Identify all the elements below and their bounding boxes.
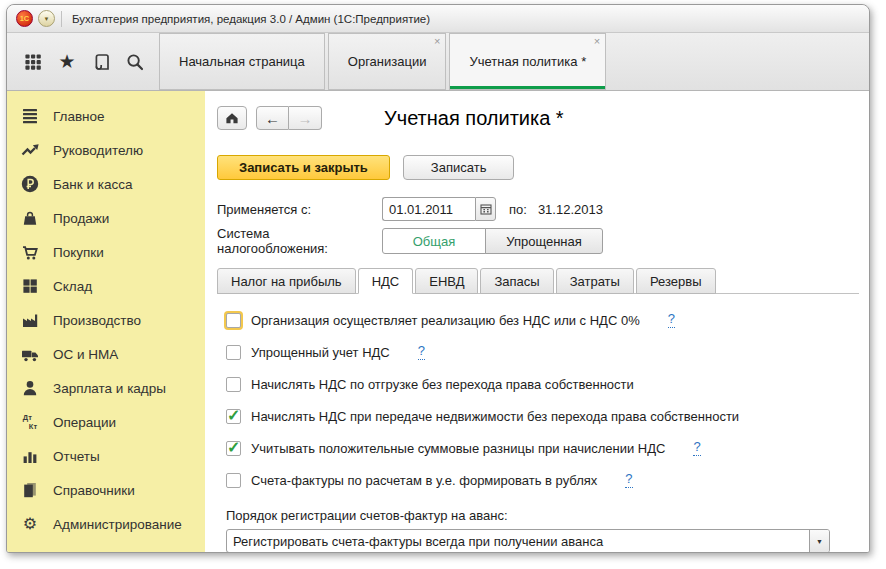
- titlebar-menu-button[interactable]: ▼: [38, 10, 55, 27]
- gear-icon: ⚙: [23, 516, 37, 532]
- warehouse-icon: [20, 276, 40, 296]
- tab-inventory[interactable]: Запасы: [480, 268, 553, 294]
- help-link[interactable]: ?: [625, 472, 632, 488]
- chevron-down-icon: ▼: [44, 16, 50, 22]
- checkbox-row: Начислять НДС по отгрузке без перехода п…: [226, 368, 859, 400]
- checkbox-sales-without-vat[interactable]: [226, 313, 241, 328]
- checkbox-label: Организация осуществляет реализацию без …: [251, 313, 640, 328]
- bar-chart-icon: [20, 446, 40, 466]
- sidebar-item-main[interactable]: Главное: [7, 99, 205, 133]
- window-title: Бухгалтерия предприятия, редакция 3.0 / …: [72, 13, 430, 25]
- sidebar-item-label: Покупки: [53, 245, 104, 260]
- history-icon: [91, 52, 111, 72]
- home-icon: [224, 110, 240, 126]
- search-button[interactable]: [125, 52, 145, 72]
- sidebar-item-operations[interactable]: ДтКт Операции: [7, 405, 205, 439]
- select-dropdown-button[interactable]: ▼: [809, 530, 829, 552]
- tax-system-label: Система налогообложения:: [217, 226, 382, 256]
- close-icon[interactable]: ×: [594, 36, 600, 47]
- save-button[interactable]: Записать: [403, 155, 515, 180]
- tab-reserves[interactable]: Резервы: [636, 268, 716, 294]
- applies-to-label: по:: [509, 202, 527, 217]
- star-icon: ★: [58, 52, 75, 71]
- sidebar-item-bank-cash[interactable]: Банк и касса: [7, 167, 205, 201]
- checkbox-label: Начислять НДС по отгрузке без перехода п…: [251, 377, 634, 392]
- trend-icon: [20, 140, 40, 160]
- tax-option-simplified[interactable]: Упрощенная: [485, 228, 603, 254]
- tab-label: Начальная страница: [179, 54, 305, 69]
- invoice-order-value[interactable]: Регистрировать счета-фактуры всегда при …: [227, 530, 809, 552]
- checkbox-invoices-in-rubles[interactable]: [226, 473, 241, 488]
- menu-grid-button[interactable]: [23, 52, 43, 72]
- help-link[interactable]: ?: [418, 344, 425, 360]
- tab-vat[interactable]: НДС: [358, 268, 414, 294]
- nav-history-group: ← →: [256, 106, 322, 130]
- date-field-group: 01.01.2011: [382, 197, 496, 221]
- checkbox-row: Учитывать положительные суммовые разницы…: [226, 432, 859, 464]
- form-tab-bar: Налог на прибыль НДС ЕНВД Запасы Затраты…: [217, 268, 859, 294]
- calendar-button[interactable]: [475, 197, 496, 221]
- sidebar-item-purchases[interactable]: Покупки: [7, 235, 205, 269]
- tab-costs[interactable]: Затраты: [556, 268, 634, 294]
- tax-option-general[interactable]: Общая: [382, 228, 486, 254]
- tab-envd[interactable]: ЕНВД: [415, 268, 478, 294]
- favorites-button[interactable]: ★: [57, 52, 77, 72]
- applies-from-input[interactable]: 01.01.2011: [382, 197, 475, 221]
- tab-label: Организации: [348, 54, 427, 69]
- close-icon[interactable]: ×: [434, 36, 440, 47]
- back-button[interactable]: ←: [256, 106, 289, 130]
- checkbox-vat-on-shipment[interactable]: [226, 377, 241, 392]
- tab-organizations[interactable]: Организации ×: [328, 33, 447, 90]
- sidebar-item-administration[interactable]: ⚙ Администрирование: [7, 507, 205, 541]
- tab-home-page[interactable]: Начальная страница ×: [159, 33, 325, 90]
- sidebar-item-salary-hr[interactable]: Зарплата и кадры: [7, 371, 205, 405]
- sidebar-item-fixed-assets[interactable]: ОС и НМА: [7, 337, 205, 371]
- factory-icon: [20, 310, 40, 330]
- sidebar-item-sales[interactable]: Продажи: [7, 201, 205, 235]
- checkbox-vat-real-estate[interactable]: [226, 409, 241, 424]
- 1c-logo-icon: 1С: [16, 10, 33, 27]
- sidebar-item-label: Главное: [53, 109, 105, 124]
- sidebar-item-warehouse[interactable]: Склад: [7, 269, 205, 303]
- titlebar-divider: [61, 11, 62, 27]
- bag-icon: [20, 208, 40, 228]
- checkbox-simplified-vat[interactable]: [226, 345, 241, 360]
- save-and-close-button[interactable]: Записать и закрыть: [217, 155, 390, 180]
- cart-icon: [20, 242, 40, 262]
- grid-icon: [23, 52, 43, 72]
- home-button[interactable]: [217, 106, 247, 130]
- sidebar-item-label: Продажи: [53, 211, 109, 226]
- truck-icon: [20, 344, 40, 364]
- forward-arrow-icon: →: [298, 110, 313, 127]
- history-button[interactable]: [91, 52, 111, 72]
- help-link[interactable]: ?: [668, 312, 675, 328]
- sidebar-item-label: Склад: [53, 279, 92, 294]
- forward-button[interactable]: →: [289, 106, 322, 130]
- applies-to-value: 31.12.2013: [538, 202, 603, 217]
- books-icon: [20, 480, 40, 500]
- sidebar-item-directories[interactable]: Справочники: [7, 473, 205, 507]
- tab-label: Учетная политика *: [469, 54, 586, 69]
- checkbox-label: Упрощенный учет НДС: [251, 345, 390, 360]
- sidebar-item-reports[interactable]: Отчеты: [7, 439, 205, 473]
- sidebar-item-manager[interactable]: Руководителю: [7, 133, 205, 167]
- chevron-down-icon: ▼: [816, 538, 823, 545]
- vat-tab-panel: Организация осуществляет реализацию без …: [217, 293, 859, 553]
- menu-icon: [20, 106, 40, 126]
- tab-income-tax[interactable]: Налог на прибыль: [217, 268, 356, 294]
- sections-sidebar: Главное Руководителю Банк и касса Продаж…: [7, 91, 205, 553]
- help-link[interactable]: ?: [693, 440, 700, 456]
- app-icon-strip: ★: [7, 33, 159, 90]
- sidebar-item-label: Производство: [53, 313, 141, 328]
- sidebar-item-production[interactable]: Производство: [7, 303, 205, 337]
- invoice-order-label: Порядок регистрации счетов-фактур на ава…: [226, 508, 859, 523]
- checkbox-row: Организация осуществляет реализацию без …: [226, 304, 859, 336]
- sidebar-item-label: Банк и касса: [53, 177, 133, 192]
- tab-accounting-policy[interactable]: Учетная политика * ×: [449, 33, 606, 90]
- checkbox-sum-differences[interactable]: [226, 441, 241, 456]
- sidebar-item-label: Руководителю: [53, 143, 143, 158]
- invoice-order-select: Регистрировать счета-фактуры всегда при …: [226, 529, 830, 553]
- sidebar-item-label: ОС и НМА: [53, 347, 118, 362]
- window-tab-bar: Начальная страница × Организации × Учетн…: [159, 33, 609, 90]
- checkbox-label: Счета-фактуры по расчетам в у.е. формиро…: [251, 473, 597, 488]
